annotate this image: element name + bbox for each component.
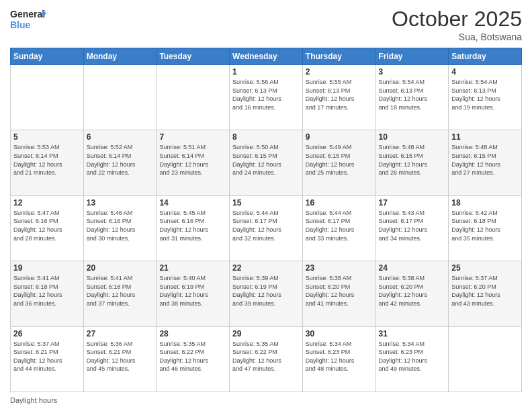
- day-number: 23: [306, 263, 373, 273]
- day-info: Sunrise: 5:42 AM Sunset: 6:18 PM Dayligh…: [451, 209, 519, 242]
- day-info: Sunrise: 5:34 AM Sunset: 6:23 PM Dayligh…: [306, 340, 373, 373]
- day-info: Sunrise: 5:44 AM Sunset: 6:17 PM Dayligh…: [306, 209, 373, 242]
- day-number: 12: [13, 198, 81, 208]
- day-number: 13: [87, 198, 154, 208]
- day-info: Sunrise: 5:54 AM Sunset: 6:13 PM Dayligh…: [451, 78, 519, 111]
- page: General Blue October 2025 Sua, Botswana …: [0, 0, 532, 411]
- col-thursday: Thursday: [302, 48, 375, 65]
- calendar-cell: 3Sunrise: 5:54 AM Sunset: 6:13 PM Daylig…: [375, 65, 449, 130]
- calendar-cell: [449, 326, 522, 392]
- day-info: Sunrise: 5:37 AM Sunset: 6:21 PM Dayligh…: [13, 340, 81, 373]
- day-info: Sunrise: 5:46 AM Sunset: 6:16 PM Dayligh…: [87, 209, 154, 242]
- col-tuesday: Tuesday: [157, 48, 230, 65]
- day-number: 15: [232, 198, 300, 208]
- calendar-cell: 17Sunrise: 5:43 AM Sunset: 6:17 PM Dayli…: [375, 195, 449, 261]
- col-sunday: Sunday: [11, 48, 84, 65]
- svg-text:General: General: [10, 9, 45, 19]
- day-number: 30: [306, 329, 373, 338]
- calendar-cell: 14Sunrise: 5:45 AM Sunset: 6:16 PM Dayli…: [157, 195, 230, 261]
- day-info: Sunrise: 5:41 AM Sunset: 6:18 PM Dayligh…: [87, 274, 154, 308]
- calendar-cell: 5Sunrise: 5:53 AM Sunset: 6:14 PM Daylig…: [11, 130, 84, 195]
- calendar-cell: 8Sunrise: 5:50 AM Sunset: 6:15 PM Daylig…: [230, 130, 303, 195]
- day-info: Sunrise: 5:52 AM Sunset: 6:14 PM Dayligh…: [87, 143, 154, 177]
- calendar-cell: 11Sunrise: 5:48 AM Sunset: 6:15 PM Dayli…: [449, 130, 522, 195]
- svg-text:Blue: Blue: [10, 19, 31, 30]
- calendar-cell: 13Sunrise: 5:46 AM Sunset: 6:16 PM Dayli…: [83, 195, 157, 261]
- calendar-cell: 6Sunrise: 5:52 AM Sunset: 6:14 PM Daylig…: [83, 130, 157, 195]
- calendar-cell: 9Sunrise: 5:49 AM Sunset: 6:15 PM Daylig…: [302, 130, 375, 195]
- day-number: 20: [87, 263, 154, 273]
- day-number: 21: [159, 263, 226, 273]
- day-number: 17: [379, 198, 446, 208]
- calendar-week-5: 26Sunrise: 5:37 AM Sunset: 6:21 PM Dayli…: [11, 326, 522, 392]
- day-number: 16: [306, 198, 373, 208]
- day-number: 8: [232, 132, 300, 142]
- day-number: 26: [13, 329, 81, 338]
- day-number: 11: [451, 132, 519, 142]
- day-number: 27: [87, 329, 154, 338]
- calendar-week-2: 5Sunrise: 5:53 AM Sunset: 6:14 PM Daylig…: [11, 130, 522, 195]
- day-info: Sunrise: 5:56 AM Sunset: 6:13 PM Dayligh…: [232, 78, 300, 111]
- calendar-cell: 10Sunrise: 5:48 AM Sunset: 6:15 PM Dayli…: [375, 130, 449, 195]
- day-number: 28: [159, 329, 226, 338]
- day-info: Sunrise: 5:36 AM Sunset: 6:21 PM Dayligh…: [87, 340, 154, 373]
- calendar-cell: 20Sunrise: 5:41 AM Sunset: 6:18 PM Dayli…: [83, 261, 157, 326]
- calendar-cell: 1Sunrise: 5:56 AM Sunset: 6:13 PM Daylig…: [230, 65, 303, 130]
- day-info: Sunrise: 5:47 AM Sunset: 6:16 PM Dayligh…: [13, 209, 81, 242]
- day-number: 5: [13, 132, 81, 142]
- day-info: Sunrise: 5:48 AM Sunset: 6:15 PM Dayligh…: [451, 143, 519, 177]
- day-info: Sunrise: 5:38 AM Sunset: 6:20 PM Dayligh…: [306, 274, 373, 308]
- col-friday: Friday: [375, 48, 449, 65]
- calendar-cell: [157, 65, 230, 130]
- calendar-cell: 22Sunrise: 5:39 AM Sunset: 6:19 PM Dayli…: [230, 261, 303, 326]
- calendar-cell: 26Sunrise: 5:37 AM Sunset: 6:21 PM Dayli…: [11, 326, 84, 392]
- day-info: Sunrise: 5:54 AM Sunset: 6:13 PM Dayligh…: [379, 78, 446, 111]
- day-number: 1: [232, 67, 300, 77]
- day-number: 24: [379, 263, 446, 273]
- day-info: Sunrise: 5:35 AM Sunset: 6:22 PM Dayligh…: [232, 340, 300, 373]
- col-monday: Monday: [83, 48, 157, 65]
- calendar-week-1: 1Sunrise: 5:56 AM Sunset: 6:13 PM Daylig…: [11, 65, 522, 130]
- calendar-cell: 15Sunrise: 5:44 AM Sunset: 6:17 PM Dayli…: [230, 195, 303, 261]
- day-info: Sunrise: 5:35 AM Sunset: 6:22 PM Dayligh…: [159, 340, 226, 373]
- calendar-cell: 31Sunrise: 5:34 AM Sunset: 6:23 PM Dayli…: [375, 326, 449, 392]
- calendar: Sunday Monday Tuesday Wednesday Thursday…: [10, 48, 522, 392]
- day-number: 29: [232, 329, 300, 338]
- day-number: 7: [159, 132, 226, 142]
- calendar-cell: 12Sunrise: 5:47 AM Sunset: 6:16 PM Dayli…: [11, 195, 84, 261]
- day-info: Sunrise: 5:38 AM Sunset: 6:20 PM Dayligh…: [379, 274, 446, 308]
- calendar-cell: 4Sunrise: 5:54 AM Sunset: 6:13 PM Daylig…: [449, 65, 522, 130]
- day-number: 18: [451, 198, 519, 208]
- calendar-cell: 28Sunrise: 5:35 AM Sunset: 6:22 PM Dayli…: [157, 326, 230, 392]
- calendar-cell: 21Sunrise: 5:40 AM Sunset: 6:19 PM Dayli…: [157, 261, 230, 326]
- header-row: Sunday Monday Tuesday Wednesday Thursday…: [11, 48, 522, 65]
- calendar-cell: 27Sunrise: 5:36 AM Sunset: 6:21 PM Dayli…: [83, 326, 157, 392]
- day-number: 4: [451, 67, 519, 77]
- calendar-week-4: 19Sunrise: 5:41 AM Sunset: 6:18 PM Dayli…: [11, 261, 522, 326]
- day-info: Sunrise: 5:43 AM Sunset: 6:17 PM Dayligh…: [379, 209, 446, 242]
- calendar-cell: 7Sunrise: 5:51 AM Sunset: 6:14 PM Daylig…: [157, 130, 230, 195]
- calendar-cell: [11, 65, 84, 130]
- month-title: October 2025: [392, 7, 522, 32]
- day-info: Sunrise: 5:53 AM Sunset: 6:14 PM Dayligh…: [13, 143, 81, 177]
- day-number: 22: [232, 263, 300, 273]
- day-info: Sunrise: 5:48 AM Sunset: 6:15 PM Dayligh…: [379, 143, 446, 177]
- col-saturday: Saturday: [449, 48, 522, 65]
- day-info: Sunrise: 5:49 AM Sunset: 6:15 PM Dayligh…: [306, 143, 373, 177]
- footer: Daylight hours: [10, 396, 522, 404]
- day-number: 9: [306, 132, 373, 142]
- calendar-week-3: 12Sunrise: 5:47 AM Sunset: 6:16 PM Dayli…: [11, 195, 522, 261]
- calendar-cell: 24Sunrise: 5:38 AM Sunset: 6:20 PM Dayli…: [375, 261, 449, 326]
- calendar-cell: 23Sunrise: 5:38 AM Sunset: 6:20 PM Dayli…: [302, 261, 375, 326]
- day-number: 19: [13, 263, 81, 273]
- calendar-cell: 30Sunrise: 5:34 AM Sunset: 6:23 PM Dayli…: [302, 326, 375, 392]
- calendar-cell: 18Sunrise: 5:42 AM Sunset: 6:18 PM Dayli…: [449, 195, 522, 261]
- calendar-cell: 16Sunrise: 5:44 AM Sunset: 6:17 PM Dayli…: [302, 195, 375, 261]
- calendar-cell: 2Sunrise: 5:55 AM Sunset: 6:13 PM Daylig…: [302, 65, 375, 130]
- calendar-cell: 29Sunrise: 5:35 AM Sunset: 6:22 PM Dayli…: [230, 326, 303, 392]
- logo: General Blue: [10, 7, 47, 34]
- day-info: Sunrise: 5:51 AM Sunset: 6:14 PM Dayligh…: [159, 143, 226, 177]
- header: General Blue October 2025 Sua, Botswana: [10, 7, 522, 42]
- day-number: 6: [87, 132, 154, 142]
- day-info: Sunrise: 5:41 AM Sunset: 6:18 PM Dayligh…: [13, 274, 81, 308]
